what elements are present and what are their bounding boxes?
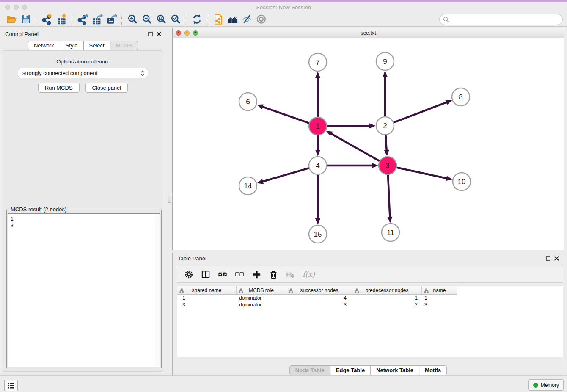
export-table-icon: [91, 14, 103, 25]
graph-edge-arrowhead: [384, 150, 389, 156]
search-icon: [443, 17, 449, 22]
save-session-button[interactable]: [19, 13, 33, 26]
show-all-icon: [256, 14, 267, 25]
zoom-selected-button[interactable]: [168, 13, 183, 26]
graph-edge-2-3[interactable]: [385, 135, 386, 151]
tab-node-table[interactable]: Node Table: [289, 365, 330, 375]
function-builder-fx-button[interactable]: f(x): [303, 270, 315, 279]
import-table-button[interactable]: [54, 13, 69, 26]
create-column-plus-button[interactable]: [252, 270, 261, 279]
column-header-shared-name[interactable]: shared name: [177, 286, 237, 295]
column-header-predecessor-nodes[interactable]: predecessor nodes: [352, 286, 422, 295]
select-all-checkboxes-icon: [218, 270, 228, 279]
network-close-button[interactable]: ×: [176, 30, 181, 36]
network-window-titlebar[interactable]: × − + scc.txt: [173, 28, 564, 38]
column-header-label: name: [433, 287, 446, 293]
criterion-dropdown[interactable]: strongly connected component: [18, 68, 148, 78]
import-network-button[interactable]: [40, 13, 54, 26]
search-input[interactable]: [451, 16, 559, 23]
column-header-name[interactable]: name: [422, 286, 457, 295]
float-panel-icon[interactable]: [148, 32, 153, 36]
splitter-grip[interactable]: [168, 196, 171, 203]
search-box[interactable]: [439, 14, 563, 25]
toolbar-separator: [121, 14, 122, 25]
mcds-result-item: 3: [11, 222, 157, 229]
show-all-button[interactable]: [254, 13, 268, 26]
tab-mcds[interactable]: MCDS: [110, 41, 138, 50]
table-cell[interactable]: 3: [286, 301, 352, 308]
graph-edge-3-10[interactable]: [396, 167, 447, 178]
graph-edge-1-2[interactable]: [327, 126, 370, 126]
tab-motifs[interactable]: Motifs: [419, 365, 447, 375]
graph-edge-3-1[interactable]: [330, 133, 380, 161]
table-cell[interactable]: 3: [177, 301, 237, 308]
table-cell[interactable]: dominator: [237, 301, 286, 308]
graph-edge-1-6[interactable]: [262, 107, 309, 123]
graph-edge-arrowhead: [315, 72, 320, 78]
zoom-in-button[interactable]: [125, 13, 140, 26]
criterion-value: strongly connected component: [22, 70, 97, 76]
tab-style[interactable]: Style: [60, 41, 84, 50]
unselect-all-checkboxes-button[interactable]: [235, 270, 245, 279]
apply-layout-button[interactable]: [190, 13, 204, 26]
delete-column-trash-button[interactable]: [269, 270, 278, 279]
export-table-button[interactable]: [90, 13, 104, 26]
graph-node-label: 11: [387, 229, 394, 237]
zoom-out-button[interactable]: [140, 13, 154, 26]
column-header-successor-nodes[interactable]: successor nodes: [286, 286, 352, 295]
close-panel-icon[interactable]: [554, 256, 559, 261]
table-header-row: shared nameMCDS rolesuccessor nodesprede…: [177, 286, 563, 295]
split-view-button[interactable]: [201, 270, 211, 279]
maximize-window-button[interactable]: [22, 5, 27, 10]
network-canvas[interactable]: 1234678910111415: [173, 38, 564, 250]
window-traffic-lights: [5, 5, 27, 10]
close-window-button[interactable]: [5, 5, 10, 10]
graph-edge-4-14[interactable]: [262, 168, 309, 182]
mcds-result-item: 1: [11, 215, 157, 222]
table-row[interactable]: 3dominator323: [177, 301, 563, 308]
delete-table-button[interactable]: [286, 270, 295, 279]
open-session-button[interactable]: [4, 13, 19, 26]
network-minimize-button[interactable]: −: [184, 30, 190, 36]
open-session-icon: [6, 14, 17, 25]
session-title: Session: New Session: [0, 4, 567, 11]
task-history-button[interactable]: [4, 380, 18, 391]
export-image-button[interactable]: [104, 13, 118, 26]
close-panel-icon[interactable]: [157, 32, 161, 36]
graph-node-label: 10: [458, 178, 466, 186]
close-panel-button[interactable]: Close panel: [85, 83, 128, 93]
table-cell[interactable]: 4: [286, 295, 352, 301]
zoom-fit-button[interactable]: [154, 13, 168, 26]
table-cell[interactable]: dominator: [237, 295, 286, 301]
table-cell[interactable]: 1: [352, 295, 422, 301]
tab-edge-table[interactable]: Edge Table: [330, 365, 371, 375]
memory-button[interactable]: Memory: [528, 379, 564, 391]
chevron-up-down-icon: [140, 70, 145, 77]
tab-select[interactable]: Select: [83, 41, 110, 50]
mcds-result-scrollpane[interactable]: 13: [8, 213, 160, 367]
tab-network[interactable]: Network: [28, 41, 60, 50]
table-row[interactable]: 1dominator411: [177, 295, 563, 301]
first-neighbors-button[interactable]: [225, 13, 239, 26]
graph-edge-3-11[interactable]: [388, 174, 390, 218]
network-zoom-button[interactable]: +: [193, 30, 198, 36]
graph-node-label: 15: [314, 230, 322, 238]
table-cell[interactable]: 1: [177, 295, 237, 301]
float-panel-icon[interactable]: [546, 256, 550, 261]
hide-selected-button[interactable]: [239, 13, 254, 26]
node-table[interactable]: shared nameMCDS rolesuccessor nodesprede…: [177, 286, 563, 357]
select-all-checkboxes-button[interactable]: [218, 270, 228, 279]
new-network-from-selection-button[interactable]: [211, 13, 225, 26]
tab-network-table[interactable]: Network Table: [370, 365, 419, 375]
table-cell[interactable]: 1: [422, 295, 457, 301]
column-type-icon: [355, 288, 359, 293]
graph-edge-2-8[interactable]: [394, 102, 447, 122]
export-network-button[interactable]: [75, 13, 90, 26]
table-cell[interactable]: 3: [422, 301, 457, 308]
result-scrollbar[interactable]: [154, 214, 160, 367]
run-mcds-button[interactable]: Run MCDS: [38, 83, 80, 93]
column-header-MCDS-role[interactable]: MCDS role: [237, 286, 286, 295]
gear-button[interactable]: [184, 270, 194, 279]
table-cell[interactable]: 2: [352, 301, 422, 308]
minimize-window-button[interactable]: [14, 5, 19, 10]
